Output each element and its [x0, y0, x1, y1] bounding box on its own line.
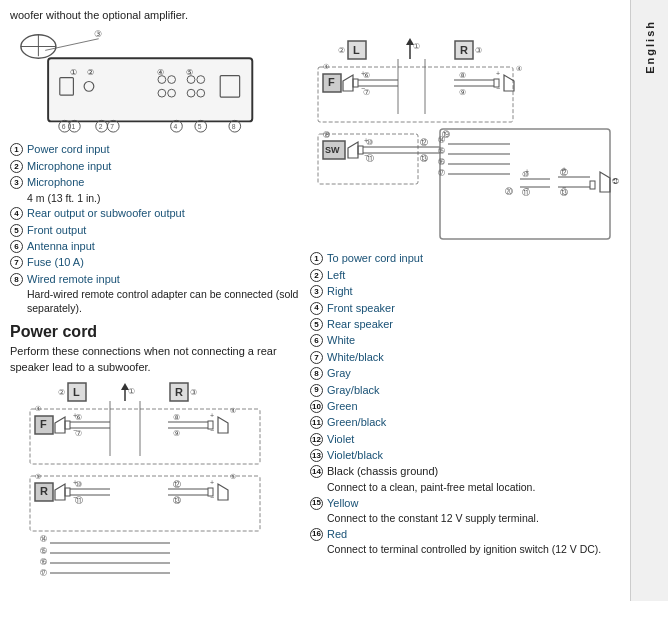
item-2-text: Microphone input: [27, 159, 300, 174]
r-list-item-7: 7 White/black: [310, 350, 620, 365]
two-column-layout: ③ 1 2: [10, 29, 620, 593]
r-item-5-text: Rear speaker: [327, 317, 620, 332]
r-item-7-text: White/black: [327, 350, 620, 365]
svg-text:+: +: [210, 479, 214, 486]
r-list-item-14-sub: Connect to a clean, paint-free metal loc…: [310, 481, 620, 495]
svg-text:−: −: [73, 427, 77, 434]
r-num-12: 12: [310, 433, 323, 446]
r-list-item-9: 9 Gray/black: [310, 383, 620, 398]
left-wiring-svg: L ② ① R ③ F ④: [10, 381, 275, 591]
svg-marker-63: [218, 417, 228, 433]
r-num-9: 9: [310, 384, 323, 397]
svg-text:−: −: [364, 152, 368, 159]
item-4-text: Rear output or subwoofer output: [27, 206, 300, 221]
svg-text:⑮: ⑮: [438, 147, 445, 154]
svg-text:R: R: [40, 485, 48, 497]
item-7-text: Fuse (10 A): [27, 255, 300, 270]
svg-text:+: +: [73, 412, 77, 419]
svg-text:②: ②: [58, 388, 65, 397]
svg-text:L: L: [353, 44, 360, 56]
svg-text:SW: SW: [325, 145, 340, 155]
svg-text:⑭: ⑭: [438, 136, 445, 143]
r-list-item-14: 14 Black (chassis ground): [310, 464, 620, 479]
right-column: L ② ① R ③ F ④: [310, 29, 620, 593]
r-item-16-sub: Connect to terminal controlled by igniti…: [310, 543, 601, 557]
svg-text:⑫: ⑫: [420, 138, 428, 147]
r-item-3-text: Right: [327, 284, 620, 299]
svg-text:−: −: [210, 494, 214, 501]
svg-text:④: ④: [35, 405, 41, 412]
r-list-item-3: 3 Right: [310, 284, 620, 299]
right-wiring-svg: L ② ① R ③ F ④: [310, 29, 620, 249]
svg-text:+: +: [525, 168, 529, 175]
svg-rect-106: [318, 67, 513, 122]
r-num-5: 5: [310, 318, 323, 331]
r-list-item-15-sub: Connect to the constant 12 V supply term…: [310, 512, 620, 526]
item-8-text: Wired remote input: [27, 272, 300, 287]
r-list-item-15: 15 Yellow: [310, 496, 620, 511]
svg-text:㉑: ㉑: [612, 178, 619, 185]
r-item-15-sub: Connect to the constant 12 V supply term…: [310, 512, 539, 526]
r-list-item-8: 8 Gray: [310, 366, 620, 381]
r-list-item-16: 16 Red: [310, 527, 620, 542]
svg-marker-166: [600, 172, 610, 192]
svg-rect-73: [65, 488, 70, 496]
svg-marker-72: [55, 484, 65, 500]
r-list-item-10: 10 Green: [310, 399, 620, 414]
svg-text:⑬: ⑬: [173, 496, 181, 505]
r-item-16-text: Red: [327, 527, 620, 542]
svg-text:⑨: ⑨: [173, 429, 180, 438]
r-num-15: 15: [310, 497, 323, 510]
left-wiring-diagram: L ② ① R ③ F ④: [10, 381, 300, 593]
r-item-13-text: Violet/black: [327, 448, 620, 463]
main-content: woofer without the optional amplifier. ③: [0, 0, 630, 601]
item-3-sub: 4 m (13 ft. 1 in.): [10, 192, 101, 206]
r-list-item-1: 1 To power cord input: [310, 251, 620, 266]
r-item-10-text: Green: [327, 399, 620, 414]
r-item-9-text: Gray/black: [327, 383, 620, 398]
item-8-sub: Hard-wired remote control adapter can be…: [10, 288, 300, 315]
list-item-8: 8 Wired remote input: [10, 272, 300, 287]
svg-text:+: +: [361, 70, 365, 77]
r-list-item-6: 6 White: [310, 333, 620, 348]
svg-text:②: ②: [87, 68, 94, 77]
svg-text:+: +: [562, 166, 566, 173]
svg-text:R: R: [175, 386, 183, 398]
svg-text:④: ④: [157, 68, 164, 77]
svg-text:7: 7: [110, 124, 114, 131]
svg-text:+: +: [73, 479, 77, 486]
svg-text:+: +: [210, 412, 214, 419]
page: woofer without the optional amplifier. ③: [0, 0, 668, 601]
svg-text:①: ①: [128, 387, 135, 396]
r-list-item-13: 13 Violet/black: [310, 448, 620, 463]
r-num-8: 8: [310, 367, 323, 380]
list-item-2: 2 Microphone input: [10, 159, 300, 174]
r-item-11-text: Green/black: [327, 415, 620, 430]
num-6: 6: [10, 240, 23, 253]
top-partial-text: woofer without the optional amplifier.: [10, 8, 620, 23]
r-list-item-12: 12 Violet: [310, 432, 620, 447]
svg-text:②: ②: [338, 46, 345, 55]
svg-text:R: R: [460, 44, 468, 56]
svg-marker-84: [218, 484, 228, 500]
svg-text:L: L: [73, 386, 80, 398]
svg-rect-132: [358, 146, 363, 154]
left-numbered-list: 1 Power cord input 2 Microphone input 3 …: [10, 142, 300, 315]
list-item-1: 1 Power cord input: [10, 142, 300, 157]
r-num-14: 14: [310, 465, 323, 478]
svg-text:①: ①: [413, 42, 420, 51]
device-diagram: ③ 1 2: [10, 29, 300, 136]
device-svg: ③ 1 2: [10, 29, 270, 134]
svg-text:⑧: ⑧: [173, 413, 180, 422]
svg-text:⑤: ⑤: [230, 473, 236, 480]
r-item-12-text: Violet: [327, 432, 620, 447]
svg-text:⑭: ⑭: [40, 535, 47, 542]
item-3-text: Microphone: [27, 175, 300, 190]
svg-marker-131: [348, 142, 358, 158]
svg-text:①: ①: [70, 68, 77, 77]
svg-text:③: ③: [94, 29, 102, 39]
r-num-3: 3: [310, 285, 323, 298]
svg-text:⑤: ⑤: [35, 473, 41, 480]
svg-marker-110: [343, 75, 353, 91]
svg-text:④: ④: [323, 63, 329, 70]
